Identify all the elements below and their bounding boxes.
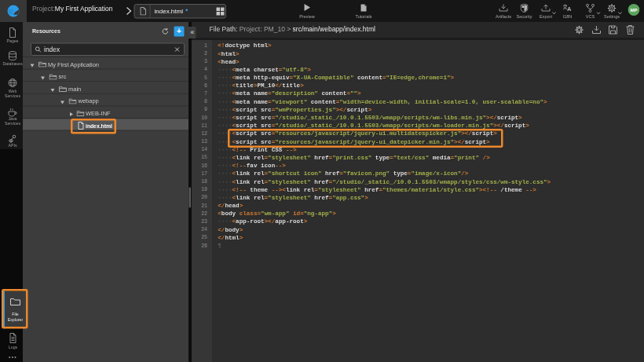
svg-text:A: A <box>567 5 572 13</box>
